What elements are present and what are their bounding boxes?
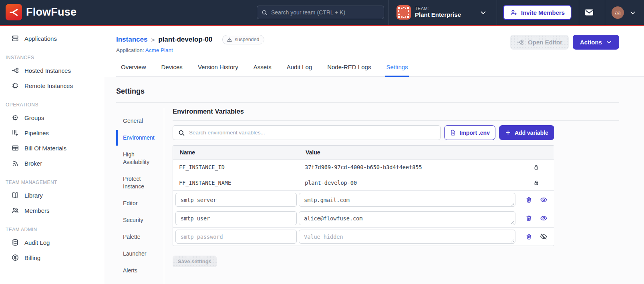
open-editor-button[interactable]: Open Editor xyxy=(510,35,569,50)
import-file-icon xyxy=(450,129,457,136)
navbar-divider xyxy=(579,0,579,25)
sidebar-item-broker[interactable]: Broker xyxy=(0,156,104,171)
hosted-instances-icon xyxy=(11,66,19,74)
bill-of-materials-icon xyxy=(11,144,19,152)
status-badge-label: suspended xyxy=(235,37,259,42)
tab-assets[interactable]: Assets xyxy=(253,64,272,77)
settings-nav-general[interactable]: General xyxy=(116,113,164,129)
eye-off-icon xyxy=(540,233,547,240)
main-area: Instances > plant-develop-00 suspended A… xyxy=(104,26,644,284)
env-var-name-input[interactable] xyxy=(175,230,297,244)
flowfuse-logo-mark xyxy=(6,4,22,20)
add-variable-button[interactable]: Add variable xyxy=(499,125,554,140)
top-navbar: FlowFuse TEAM: Plant Enterprise xyxy=(0,0,644,25)
sidebar-item-label: Billing xyxy=(24,254,40,261)
notifications-button[interactable] xyxy=(584,8,594,17)
breadcrumb-instances-link[interactable]: Instances xyxy=(116,36,147,44)
sidebar-item-library[interactable]: Library xyxy=(0,188,104,203)
sidebar-section-operations: OPERATIONS xyxy=(0,93,104,110)
settings-nav: General Environment High Availability Pr… xyxy=(116,108,164,284)
env-search[interactable] xyxy=(173,125,441,140)
team-selector[interactable]: TEAM: Plant Enterprise xyxy=(396,5,461,20)
plus-icon xyxy=(505,130,511,136)
tab-settings[interactable]: Settings xyxy=(385,64,409,77)
sidebar-item-members[interactable]: Members xyxy=(0,203,104,218)
application-label: Application: xyxy=(116,47,144,53)
invite-members-button[interactable]: Invite Members xyxy=(503,5,572,20)
show-hide-value-button[interactable] xyxy=(540,196,547,204)
settings-nav-palette[interactable]: Palette xyxy=(116,229,164,245)
sidebar-item-label: Bill Of Materials xyxy=(24,145,66,152)
members-icon xyxy=(11,206,19,214)
table-row: FF_INSTANCE_ID 37f7d969-97cd-4000-b650-b… xyxy=(173,160,554,175)
table-row: FF_INSTANCE_NAME plant-develop-00 xyxy=(173,175,554,191)
tab-node-red-logs[interactable]: Node-RED Logs xyxy=(326,64,372,77)
env-var-value-input[interactable] xyxy=(299,193,515,207)
instance-name: plant-develop-00 xyxy=(158,36,212,44)
settings-nav-editor[interactable]: Editor xyxy=(116,196,164,211)
chevron-down-icon xyxy=(606,39,612,45)
show-hide-value-button[interactable] xyxy=(540,233,547,240)
sidebar-item-label: Groups xyxy=(24,114,44,121)
instance-tabs: Overview Devices Version History Assets … xyxy=(116,64,644,77)
add-variable-label: Add variable xyxy=(515,130,548,136)
sidebar-item-hosted-instances[interactable]: Hosted Instances xyxy=(0,63,104,78)
tab-version-history[interactable]: Version History xyxy=(197,64,239,77)
env-search-input[interactable] xyxy=(189,130,435,136)
status-badge: suspended xyxy=(222,35,264,44)
sidebar-item-audit-log[interactable]: Audit Log xyxy=(0,235,104,250)
settings-nav-alerts[interactable]: Alerts xyxy=(116,263,164,278)
env-var-name: FF_INSTANCE_ID xyxy=(173,160,299,175)
application-link[interactable]: Acme Plant xyxy=(145,47,173,53)
user-menu-chevron-icon[interactable] xyxy=(630,10,636,16)
settings-nav-security[interactable]: Security xyxy=(116,212,164,228)
breadcrumb-separator: > xyxy=(151,36,155,43)
team-search-input[interactable] xyxy=(271,9,380,16)
invite-members-label: Invite Members xyxy=(521,9,565,16)
sidebar-item-remote-instances[interactable]: Remote Instances xyxy=(0,78,104,93)
chevron-down-icon[interactable] xyxy=(480,9,487,16)
sidebar-item-billing[interactable]: Billing xyxy=(0,250,104,265)
env-var-name-input[interactable] xyxy=(175,211,297,225)
eye-icon xyxy=(540,214,547,222)
trash-icon xyxy=(525,196,532,203)
sidebar-item-applications[interactable]: Applications xyxy=(0,31,104,46)
table-header-row: Name Value xyxy=(173,146,554,160)
env-var-value-input[interactable] xyxy=(299,211,515,225)
tab-devices[interactable]: Devices xyxy=(161,64,183,77)
env-var-value: plant-develop-00 xyxy=(299,175,519,190)
settings-nav-environment[interactable]: Environment xyxy=(116,130,164,146)
settings-nav-protect-instance[interactable]: Protect Instance xyxy=(116,171,164,194)
settings-nav-high-availability[interactable]: High Availability xyxy=(116,147,164,170)
actions-button[interactable]: Actions xyxy=(573,35,619,50)
sidebar-item-label: Hosted Instances xyxy=(24,67,71,74)
groups-icon xyxy=(11,114,19,122)
save-settings-button[interactable]: Save settings xyxy=(173,256,217,267)
delete-variable-button[interactable] xyxy=(525,196,532,203)
applications-icon xyxy=(11,34,19,42)
team-search[interactable] xyxy=(257,6,384,19)
sidebar-item-bill-of-materials[interactable]: Bill Of Materials xyxy=(0,140,104,156)
settings-content: Settings General Environment High Availa… xyxy=(104,77,644,284)
sidebar-item-pipelines[interactable]: Pipelines xyxy=(0,125,104,140)
show-hide-value-button[interactable] xyxy=(540,214,547,222)
delete-variable-button[interactable] xyxy=(525,215,532,222)
open-editor-icon xyxy=(517,38,524,46)
sidebar-item-groups[interactable]: Groups xyxy=(0,110,104,125)
flowfuse-logo[interactable]: FlowFuse xyxy=(6,4,76,20)
sidebar-section-team-management: TEAM MANAGEMENT xyxy=(0,171,104,188)
env-var-value-input[interactable] xyxy=(299,230,515,244)
broker-icon xyxy=(11,159,19,167)
delete-variable-button[interactable] xyxy=(525,233,532,240)
env-var-name-input[interactable] xyxy=(175,193,297,207)
tab-overview[interactable]: Overview xyxy=(120,64,147,77)
table-row xyxy=(173,228,554,246)
column-header-name: Name xyxy=(173,146,299,159)
import-env-button[interactable]: Import .env xyxy=(444,125,495,140)
user-avatar[interactable]: aa xyxy=(612,6,624,19)
tab-audit-log[interactable]: Audit Log xyxy=(286,64,313,77)
settings-nav-launcher[interactable]: Launcher xyxy=(116,246,164,262)
fork-icon xyxy=(9,7,19,18)
import-env-label: Import .env xyxy=(460,130,490,136)
mail-icon xyxy=(584,8,594,17)
